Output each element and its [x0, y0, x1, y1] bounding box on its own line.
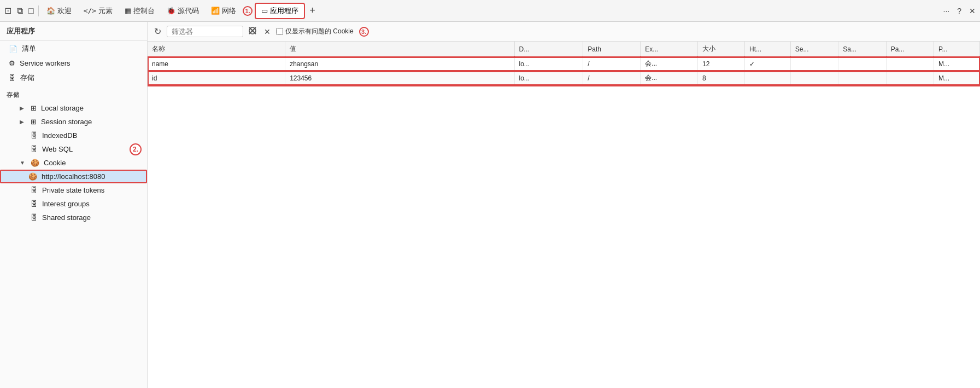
refresh-btn[interactable]: ↻	[152, 25, 163, 38]
table-cell: M...	[934, 57, 980, 71]
col-header-httponly: Ht...	[744, 42, 790, 57]
table-cell: /	[583, 57, 641, 71]
issues-filter-checkbox[interactable]	[276, 28, 283, 35]
session-storage-icon: ⊞	[31, 118, 37, 126]
shared-storage-icon: 🗄	[31, 213, 38, 222]
clear-filter-icon[interactable]	[247, 26, 259, 37]
tab-welcome[interactable]: 🏠 欢迎	[41, 4, 77, 18]
sidebar-item-shared-storage[interactable]: ▶ 🗄 Shared storage	[0, 211, 147, 224]
interest-groups-icon: 🗄	[31, 200, 38, 208]
col-header-partition: Pa...	[886, 42, 934, 57]
col-header-secure: Se...	[790, 42, 838, 57]
close-btn[interactable]: ✕	[967, 5, 978, 16]
network-icon: 📶	[211, 7, 220, 15]
cookie-child-icon: 🍪	[28, 172, 37, 181]
table-cell: 8	[698, 71, 745, 85]
table-cell: /	[583, 71, 641, 85]
tab-sources[interactable]: 🐞 源代码	[161, 4, 204, 18]
sidebar-item-localhost[interactable]: 🍪 http://localhost:8080	[0, 170, 147, 183]
issues-filter-label: 仅显示有问题的 Cookie	[276, 27, 354, 36]
table-cell: lo...	[514, 71, 583, 85]
application-icon: ▭	[261, 7, 268, 15]
expand-icon-cookie: ▼	[20, 160, 26, 166]
col-header-expires: Ex...	[641, 42, 698, 57]
tab-network[interactable]: 📶 网络	[206, 4, 242, 18]
cookie-icon: 🍪	[31, 159, 39, 167]
step2-badge: 2.	[130, 143, 142, 155]
table-cell	[744, 71, 790, 85]
table-container: 名称 值 D... Path Ex... 大小 Ht... Se... Sa..…	[148, 42, 980, 388]
table-cell: id	[148, 71, 285, 85]
main-layout: 应用程序 📄 清单 ⚙ Service workers 🗄 存储 存储 ▶ ⊞ …	[0, 22, 980, 388]
sidebar-title: 应用程序	[0, 22, 147, 41]
storage-main-icon: 🗄	[9, 74, 16, 82]
table-row[interactable]: namezhangsanlo.../会...12✓M...	[148, 57, 980, 71]
sidebar-item-service-workers[interactable]: ⚙ Service workers	[0, 56, 147, 70]
table-cell: name	[148, 57, 285, 71]
cookies-table: 名称 值 D... Path Ex... 大小 Ht... Se... Sa..…	[148, 42, 980, 85]
table-cell: 12	[698, 57, 745, 71]
layout-btn[interactable]: □	[26, 5, 36, 17]
table-cell	[838, 71, 886, 85]
add-tab-btn[interactable]: +	[306, 5, 319, 16]
expand-icon-session: ▶	[20, 119, 26, 125]
table-cell: M...	[934, 71, 980, 85]
col-header-domain: D...	[514, 42, 583, 57]
help-btn[interactable]: ?	[955, 5, 964, 16]
top-bar-right: ··· ? ✕	[941, 5, 978, 16]
col-header-samesite: Sa...	[838, 42, 886, 57]
sidebar-item-interest-groups[interactable]: ▶ 🗄 Interest groups	[0, 197, 147, 211]
device-toggle-btn[interactable]: ⊡	[2, 4, 14, 17]
tab-elements[interactable]: </> 元素	[78, 4, 118, 18]
col-header-priority: P...	[934, 42, 980, 57]
tab-console[interactable]: ▦ 控制台	[119, 4, 160, 18]
table-cell: ✓	[744, 57, 790, 71]
websql-icon: 🗄	[31, 145, 38, 153]
pst-icon: 🗄	[31, 186, 38, 194]
delete-btn[interactable]: ✕	[262, 26, 273, 37]
more-options-btn[interactable]: ···	[941, 5, 952, 16]
step3-badge: 3.	[359, 27, 369, 37]
manifest-icon: 📄	[9, 45, 17, 53]
indexeddb-icon: 🗄	[31, 131, 38, 140]
table-cell	[790, 71, 838, 85]
table-cell: zhangsan	[285, 57, 514, 71]
content-panel: ↻ ✕ 仅显示有问题的 Cookie 3. 名称 值 D...	[148, 22, 980, 388]
sidebar-item-websql[interactable]: ▶ 🗄 Web SQL 2.	[0, 142, 147, 156]
sidebar-item-cookie[interactable]: ▼ 🍪 Cookie	[0, 156, 147, 170]
inspect-btn[interactable]: ⧉	[15, 5, 25, 17]
step1-badge: 1.	[243, 6, 253, 16]
sidebar-item-session-storage[interactable]: ▶ ⊞ Session storage	[0, 115, 147, 129]
table-header-row: 名称 值 D... Path Ex... 大小 Ht... Se... Sa..…	[148, 42, 980, 57]
table-cell: 会...	[641, 57, 698, 71]
filter-input[interactable]	[167, 26, 243, 37]
elements-icon: </>	[84, 7, 96, 15]
sidebar-item-local-storage[interactable]: ▶ ⊞ Local storage	[0, 101, 147, 115]
sidebar-item-manifest[interactable]: 📄 清单	[0, 41, 147, 56]
table-cell	[886, 57, 934, 71]
col-header-path: Path	[583, 42, 641, 57]
sidebar-item-indexeddb[interactable]: ▶ 🗄 IndexedDB	[0, 129, 147, 142]
sidebar-item-storage-main[interactable]: 🗄 存储	[0, 70, 147, 85]
col-header-size: 大小	[698, 42, 745, 57]
expand-icon: ▶	[20, 105, 26, 111]
table-cell: 123456	[285, 71, 514, 85]
col-header-name: 名称	[148, 42, 285, 57]
table-row[interactable]: id123456lo.../会...8M...	[148, 71, 980, 85]
tab-application[interactable]: ▭ 应用程序	[255, 3, 305, 19]
table-cell	[886, 71, 934, 85]
table-cell: lo...	[514, 57, 583, 71]
local-storage-icon: ⊞	[31, 104, 37, 112]
sidebar: 应用程序 📄 清单 ⚙ Service workers 🗄 存储 存储 ▶ ⊞ …	[0, 22, 148, 388]
table-cell: 会...	[641, 71, 698, 85]
top-toolbar: ⊡ ⧉ □ 🏠 欢迎 </> 元素 ▦ 控制台 🐞 源代码 📶 网络 1. ▭ …	[0, 0, 980, 22]
service-workers-icon: ⚙	[9, 59, 15, 67]
sidebar-item-private-state-tokens[interactable]: ▶ 🗄 Private state tokens	[0, 183, 147, 197]
table-cell	[790, 57, 838, 71]
col-header-value: 值	[285, 42, 514, 57]
storage-section-title: 存储	[0, 85, 147, 101]
home-icon: 🏠	[46, 7, 55, 15]
table-cell	[838, 57, 886, 71]
console-icon: ▦	[125, 7, 131, 15]
content-toolbar: ↻ ✕ 仅显示有问题的 Cookie 3.	[148, 22, 980, 42]
